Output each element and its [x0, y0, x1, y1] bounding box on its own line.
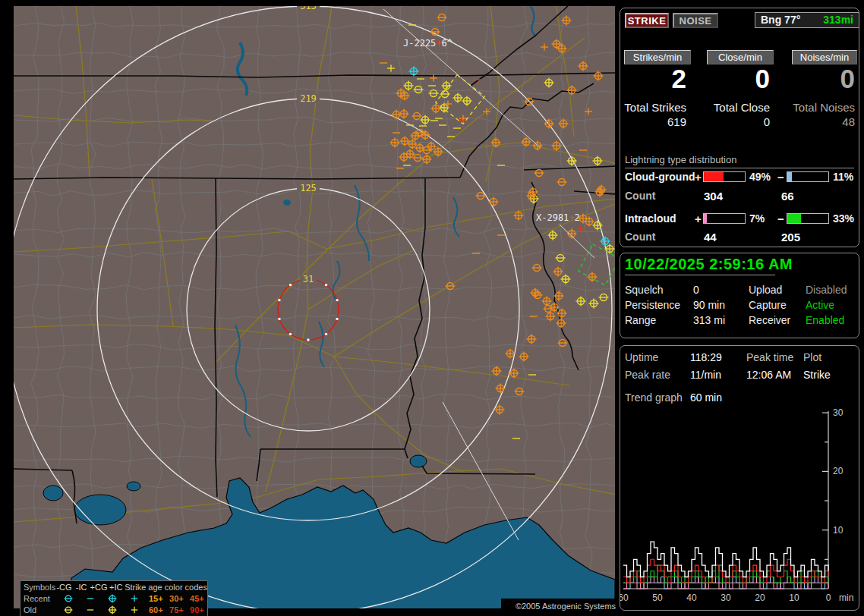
plus-sign: +	[695, 171, 702, 184]
noises-per-min-value: 0	[756, 64, 855, 93]
legend-recent-row: Recent 15+ 30+ 45+	[20, 592, 207, 604]
cg-negative-pct: 11%	[833, 171, 853, 183]
plot-label: Plot	[803, 351, 821, 363]
legend-header-cg-pos: +CG	[90, 583, 108, 592]
squelch-row: Squelch 0 Upload Disabled	[620, 284, 860, 297]
uptime-row: Uptime 118:29 Peak time Plot	[620, 351, 860, 365]
cg-positive-pct: 49%	[749, 171, 771, 183]
noise-button[interactable]: NOISE	[673, 13, 718, 28]
cloud-ground-label: Cloud-ground	[625, 171, 695, 183]
persistence-value: 90 min	[693, 299, 725, 311]
ring-dot	[307, 338, 309, 341]
upload-status: Disabled	[806, 284, 847, 296]
cg-negative-old-icon	[58, 605, 80, 615]
session-panel: Uptime 118:29 Peak time Plot Peak rate 1…	[620, 345, 859, 611]
range-ring-label: 31	[303, 274, 314, 284]
ic-negative-bar	[787, 213, 829, 224]
ring-dot	[289, 284, 292, 286]
svg-text:20: 20	[833, 466, 844, 476]
capture-status: Active	[806, 299, 834, 311]
cg-positive-bar-fill	[704, 172, 724, 181]
strike-stats-panel: STRIKE NOISE Bng 77° 313mi Strikes/min C…	[620, 8, 859, 247]
range-ring-label: 125	[300, 183, 317, 193]
intracloud-label: Intracloud	[625, 212, 676, 225]
map-symbol-legend: Symbols -CG -IC +CG +IC Strike age color…	[20, 580, 208, 616]
ic-positive-old-icon	[124, 605, 146, 615]
storm-cell-label: X-2981+2	[536, 212, 580, 223]
range-row: Range 313 mi Receiver Enabled	[620, 314, 860, 328]
total-noises-label: Total Noises	[756, 101, 855, 114]
svg-text:0: 0	[826, 592, 831, 603]
uptime-label: Uptime	[625, 351, 658, 363]
lightning-map[interactable]: J-2225+6^X-2981+231321912531 Symbols -CG…	[14, 6, 615, 608]
total-close-label: Total Close	[671, 101, 770, 114]
age-code-75: 75+	[166, 605, 187, 614]
legend-header-row: Symbols -CG -IC +CG +IC Strike age color…	[20, 581, 207, 592]
upload-label: Upload	[749, 284, 782, 296]
bearing-label: Bng 77°	[761, 13, 800, 27]
ic-positive-bar	[703, 213, 746, 224]
peak-time-value: 12:06 AM	[746, 369, 791, 381]
cloud-ground-count-row: Count 304 66	[620, 190, 860, 202]
noises-per-min-chip[interactable]: Noises/min	[792, 50, 857, 64]
age-code-45: 45+	[187, 594, 207, 603]
intracloud-count-row: Count 44 205	[620, 231, 860, 243]
plot-mode-value: Strike	[803, 369, 831, 381]
intracloud-row: Intracloud + 7% − 33%	[620, 212, 860, 225]
cloud-ground-row: Cloud-ground + 49% − 11%	[620, 171, 860, 183]
datetime-display: 10/22/2025 2:59:16 AM	[625, 256, 793, 273]
trend-axis-labels: 1020306050403020100min	[620, 407, 853, 603]
svg-text:min: min	[839, 592, 853, 603]
age-code-30: 30+	[166, 594, 187, 603]
peak-rate-row: Peak rate 11/min 12:06 AM Strike	[620, 369, 860, 382]
cg-negative-count: 66	[781, 190, 794, 203]
squelch-value: 0	[693, 284, 699, 296]
ic-negative-icon	[80, 593, 102, 604]
strike-button[interactable]: STRIKE	[625, 13, 669, 28]
age-code-90: 90+	[187, 605, 207, 614]
count-label: Count	[625, 190, 655, 202]
trend-graph-row: Trend graph 60 min	[620, 391, 860, 405]
capture-label: Capture	[749, 299, 787, 311]
svg-text:50: 50	[652, 592, 663, 603]
svg-text:10: 10	[833, 525, 844, 536]
svg-text:30: 30	[833, 407, 844, 418]
squelch-label: Squelch	[625, 284, 664, 296]
receiver-status: Enabled	[806, 314, 844, 326]
map-canvas: J-2225+6^X-2981+231321912531	[14, 6, 615, 608]
copyright-text: ©2005 Astrogenic Systems	[501, 599, 630, 614]
close-per-min-chip[interactable]: Close/min	[707, 50, 774, 64]
distribution-title: Lightning type distribution	[625, 154, 854, 168]
cg-negative-bar-fill	[787, 172, 792, 181]
minus-sign: −	[777, 212, 784, 225]
total-close-value: 0	[671, 115, 770, 128]
persistence-row: Persistence 90 min Capture Active	[620, 299, 860, 313]
legend-recent-label: Recent	[20, 594, 58, 603]
cg-negative-icon	[58, 593, 80, 604]
datetime-underline	[625, 275, 775, 275]
peak-rate-label: Peak rate	[625, 369, 670, 381]
ic-negative-count: 205	[781, 231, 800, 244]
plus-sign: +	[695, 212, 702, 225]
total-noises-value: 48	[756, 115, 855, 128]
cg-positive-icon	[102, 593, 124, 604]
peak-rate-value: 11/min	[690, 369, 721, 381]
cg-positive-bar	[703, 171, 746, 182]
svg-text:10: 10	[789, 592, 799, 603]
receiver-label: Receiver	[749, 314, 790, 326]
ic-negative-old-icon	[80, 605, 102, 615]
minus-sign: −	[777, 171, 784, 184]
ring-dot	[289, 333, 292, 335]
legend-old-row: Old 60+ 75+ 90+	[20, 604, 207, 615]
svg-text:60: 60	[620, 592, 629, 603]
ic-negative-pct: 33%	[833, 212, 854, 225]
legend-header-ages: Strike age color codes	[125, 583, 207, 592]
ic-positive-icon	[124, 593, 146, 604]
persistence-label: Persistence	[625, 299, 680, 311]
strikes-per-min-chip[interactable]: Strikes/min	[624, 50, 691, 64]
cg-negative-bar	[787, 171, 829, 182]
status-panel: 10/22/2025 2:59:16 AM Squelch 0 Upload D…	[620, 253, 859, 338]
svg-text:30: 30	[721, 592, 731, 603]
ic-positive-pct: 7%	[749, 212, 765, 225]
trend-graph-window: 60 min	[690, 391, 722, 404]
